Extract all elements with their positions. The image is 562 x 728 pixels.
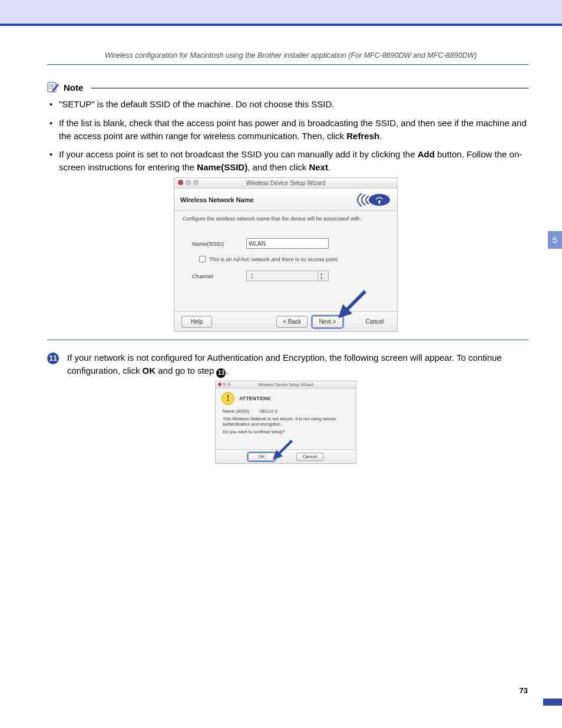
- brother-wifi-logo: [343, 191, 391, 209]
- page-top-rule: [0, 24, 562, 26]
- channel-label: Channel: [183, 273, 242, 279]
- step-11: 11 If your network is not configured for…: [47, 351, 528, 378]
- note-bullet-3: If your access point is set to not broad…: [58, 148, 528, 174]
- note-block: Note "SETUP" is the default SSID of the …: [47, 81, 528, 180]
- svg-rect-0: [48, 83, 56, 92]
- attention-dialog: Wireless Device Setup Wizard ! ATTENTION…: [215, 381, 356, 464]
- cancel-button-2[interactable]: Cancel: [296, 453, 323, 461]
- back-button[interactable]: < Back: [276, 316, 308, 328]
- ssid-label: Name(SSID): [183, 241, 242, 247]
- page-top-bar: [0, 0, 562, 24]
- note-icon: [47, 81, 60, 93]
- note-label: Note: [64, 83, 83, 93]
- page-number: 73: [520, 686, 528, 695]
- mac-window-controls[interactable]: [218, 383, 231, 386]
- cancel-button[interactable]: Cancel: [359, 316, 390, 328]
- adhoc-checkbox[interactable]: [199, 256, 206, 262]
- note-rule: [91, 88, 528, 88]
- page-header-text: Wireless configuration for Macintosh usi…: [105, 51, 529, 60]
- svg-rect-6: [379, 202, 380, 204]
- adhoc-label: This is an Ad-hoc network and there is n…: [209, 256, 339, 262]
- help-button[interactable]: Help: [181, 316, 212, 328]
- ssid-label-2: Name (SSID) :: [223, 409, 256, 414]
- dialog-title-text: Wireless Device Setup Wizard: [246, 180, 325, 186]
- note-bullet-2: If the list is blank, check that the acc…: [58, 117, 528, 143]
- ok-button[interactable]: OK: [248, 453, 275, 461]
- dialog-titlebar: Wireless Device Setup Wizard: [174, 178, 397, 189]
- next-button[interactable]: Next >: [312, 316, 343, 328]
- dialog2-title-text: Wireless Device Setup Wizard: [258, 383, 313, 387]
- note-bullet-1: "SETUP" is the default SSID of the machi…: [58, 98, 528, 111]
- attention-label: ATTENTION!: [239, 396, 271, 401]
- step-number-badge: 11: [47, 353, 59, 364]
- select-stepper-icon: ▴▾: [318, 272, 325, 280]
- wireless-name-dialog: Wireless Device Setup Wizard Wireless Ne…: [174, 177, 398, 332]
- header-underline: [47, 64, 528, 65]
- dialog-instruction: Configure the wireless network name that…: [183, 216, 389, 222]
- mac-window-controls[interactable]: [178, 180, 199, 185]
- chapter-tab: 5: [548, 231, 562, 249]
- ssid-input[interactable]: WLAN: [246, 238, 329, 249]
- warning-icon: !: [222, 392, 234, 405]
- dialog2-titlebar: Wireless Device Setup Wizard: [216, 381, 356, 388]
- dialog-heading: Wireless Network Name: [180, 196, 254, 203]
- step-ref-badge: 13: [216, 368, 226, 378]
- channel-select: 1 ▴▾: [246, 271, 329, 281]
- continue-question: Do you want to continue setup?: [223, 429, 349, 434]
- security-warning-text: This Wireless Network is not secure. It …: [223, 416, 349, 427]
- footer-accent: [543, 699, 562, 706]
- section-divider: [47, 340, 528, 340]
- ssid-value-2: HELLO 2: [259, 409, 277, 414]
- step-11-text: If your network is not configured for Au…: [67, 351, 528, 378]
